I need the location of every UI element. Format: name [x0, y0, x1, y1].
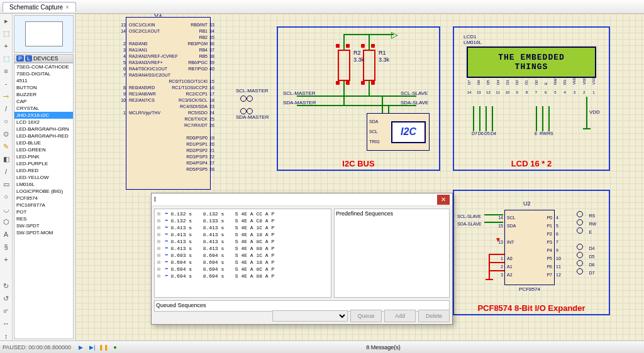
- add-button[interactable]: Add: [384, 310, 416, 322]
- dialog-titlebar[interactable]: I ✕: [152, 193, 452, 206]
- pcf-out-p1[interactable]: [577, 219, 583, 225]
- pcf-out-p5[interactable]: [577, 252, 583, 258]
- device-item[interactable]: BUTTON: [14, 84, 73, 91]
- flip-h-icon[interactable]: ↔: [2, 319, 11, 328]
- sequence-select[interactable]: [272, 310, 348, 322]
- device-item[interactable]: PCF8574: [14, 195, 73, 202]
- device-item[interactable]: 4511: [14, 77, 73, 84]
- device-item[interactable]: LED-RED: [14, 167, 73, 174]
- tape-icon[interactable]: ○: [2, 117, 11, 126]
- power-pin-scl[interactable]: [240, 95, 247, 102]
- power-pin-sda2[interactable]: [247, 108, 253, 114]
- device-item[interactable]: CRYSTAL: [14, 105, 73, 112]
- lcd-part: LM016L: [464, 40, 482, 45]
- plus-icon[interactable]: +: [2, 41, 11, 50]
- graph-icon[interactable]: /: [2, 104, 11, 113]
- wire: [492, 106, 493, 131]
- device-item[interactable]: SW-SPDT-MOM: [14, 229, 73, 236]
- pcf-out-p0[interactable]: [577, 211, 583, 217]
- badge-l[interactable]: L: [25, 55, 32, 62]
- device-item[interactable]: SW-SPDT: [14, 222, 73, 229]
- component-mcu[interactable]: U1 1314 234567 8910 1 OSC1/CLKINOSC2/CLK…: [104, 14, 233, 193]
- rect-icon[interactable]: ▭: [2, 180, 11, 188]
- gen-icon[interactable]: ⊙: [2, 129, 11, 138]
- line-icon[interactable]: /: [2, 167, 11, 176]
- device-item[interactable]: PIC16F877A: [14, 202, 73, 209]
- device-item[interactable]: 7SEG-COM-CATHODE: [14, 63, 73, 70]
- pin-dot: [346, 44, 350, 48]
- step-button[interactable]: ▶|: [87, 343, 97, 352]
- device-item[interactable]: LED-PINK: [14, 153, 73, 160]
- device-item[interactable]: LED-PURPLE: [14, 160, 73, 167]
- device-item[interactable]: LOGICPROBE (BIG): [14, 188, 73, 195]
- power-pin-sda[interactable]: [240, 108, 247, 114]
- wire: [473, 106, 474, 131]
- pin-icon[interactable]: ⊸: [2, 92, 11, 100]
- pcf-out-p7[interactable]: [577, 268, 583, 274]
- probe-icon[interactable]: ✎: [2, 142, 11, 151]
- rotate-ccw-icon[interactable]: ↺: [2, 294, 11, 303]
- pcf-out-p2[interactable]: [577, 227, 583, 234]
- device-item[interactable]: LED-BLUE: [14, 139, 73, 146]
- wire: [369, 34, 370, 50]
- device-item[interactable]: LCD 16X2: [14, 119, 73, 126]
- badge-p[interactable]: P: [16, 55, 24, 62]
- rotate-cw-icon[interactable]: ↻: [2, 281, 11, 290]
- block-title-i2c: I2C BUS: [342, 159, 374, 168]
- label-icon[interactable]: ⬚: [2, 54, 11, 63]
- arc-icon[interactable]: ◡: [2, 205, 11, 214]
- device-item[interactable]: BUZZER: [14, 91, 73, 98]
- play-button[interactable]: ▶: [76, 343, 86, 352]
- component-i2c-debugger[interactable]: SDA SCL TRIG I2C: [367, 113, 430, 151]
- pcf-pins-left: SCLSDA INT A0A1A2: [507, 214, 516, 279]
- marker-icon[interactable]: +: [2, 255, 11, 264]
- component-pcf8574[interactable]: SCLSDA INT A0A1A2 P0P1P2P3P4P5P6P7 1415 …: [504, 210, 555, 285]
- i2c-debugger-dialog[interactable]: I ✕ ⊞⬅8.132 s 8.132 s S 4E A CC A P⊞⬅8.1…: [151, 193, 453, 325]
- queue-button[interactable]: Queue: [350, 310, 382, 322]
- device-item[interactable]: LED-GREEN: [14, 146, 73, 153]
- device-item[interactable]: LED-YELLOW: [14, 174, 73, 181]
- path-icon[interactable]: ⬡: [2, 217, 11, 226]
- lcd-line2: THINGS: [515, 62, 548, 72]
- device-item[interactable]: LED-BARGRAPH-RED: [14, 133, 73, 139]
- block-lcd: LCD1 LM016L THE EMBEDDED THINGS D7D6D5D4…: [453, 26, 610, 171]
- preview-chip: [25, 21, 63, 46]
- component-r2[interactable]: [338, 50, 350, 81]
- device-list[interactable]: 7SEG-COM-CATHODE7SEG-DIGITAL4511BUTTONBU…: [14, 63, 74, 339]
- dialog-trace-list[interactable]: ⊞⬅8.132 s 8.132 s S 4E A CC A P⊞⬅8.132 s…: [154, 209, 331, 298]
- stop-button[interactable]: ●: [110, 343, 120, 352]
- tab-schematic[interactable]: Schematic Capture ×: [3, 2, 76, 12]
- text-icon[interactable]: A: [2, 230, 11, 239]
- dialog-buttons: Queue Add Delete: [272, 310, 450, 322]
- angle-icon[interactable]: 0°: [2, 307, 11, 315]
- delete-button[interactable]: Delete: [418, 310, 450, 322]
- power-pin-scl2[interactable]: [247, 95, 253, 102]
- close-icon[interactable]: ×: [65, 4, 69, 11]
- cursor-icon[interactable]: ▸: [2, 16, 11, 25]
- instr-icon[interactable]: ◧: [2, 155, 11, 163]
- pcf-out-p4[interactable]: [577, 244, 583, 250]
- lcd-pin-nums: 1413121110987654321: [467, 90, 596, 94]
- predefined-sequences[interactable]: Predefined Sequences: [334, 209, 450, 298]
- flip-v-icon[interactable]: ↕: [2, 332, 11, 340]
- device-item[interactable]: LED-BARGRAPH-GRN: [14, 126, 73, 133]
- dialog-close-button[interactable]: ✕: [437, 195, 450, 205]
- circle-icon[interactable]: ○: [2, 192, 11, 201]
- component-lcd[interactable]: THE EMBEDDED THINGS D7D6D5D4D3D2D1D0ERWR…: [467, 46, 596, 94]
- gate-icon[interactable]: ≡: [2, 67, 11, 75]
- status-messages: 8 Message(s): [366, 344, 401, 350]
- select-icon[interactable]: ⬚: [2, 29, 11, 38]
- symbol-icon[interactable]: §: [2, 242, 11, 251]
- terminal-icon[interactable]: -: [2, 79, 11, 88]
- pause-button[interactable]: ❚❚: [99, 343, 109, 352]
- component-r1[interactable]: [363, 50, 375, 81]
- device-item[interactable]: JHD-2X16-I2C: [14, 112, 73, 119]
- sim-status: PAUSED: 00:00:08.800000: [3, 344, 71, 350]
- device-item[interactable]: POT: [14, 209, 73, 215]
- device-item[interactable]: CAP: [14, 98, 73, 105]
- device-item[interactable]: RES: [14, 215, 73, 222]
- device-item[interactable]: LM016L: [14, 181, 73, 188]
- pcf-out-p6[interactable]: [577, 260, 583, 266]
- device-item[interactable]: 7SEG-DIGITAL: [14, 70, 73, 77]
- schematic-canvas[interactable]: U1 1314 234567 8910 1 OSC1/CLKINOSC2/CLK…: [75, 14, 644, 340]
